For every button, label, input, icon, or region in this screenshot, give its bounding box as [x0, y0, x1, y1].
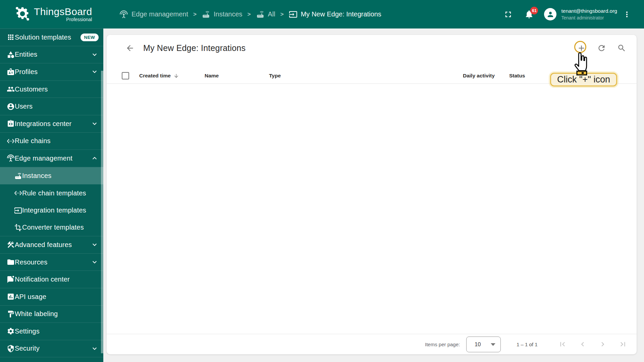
breadcrumb-item[interactable]: My New Edge: Integrations — [289, 10, 381, 19]
page-size-value: 10 — [475, 341, 481, 348]
paint-icon — [7, 310, 15, 318]
top-header: ThingsBoard Professional Edge management… — [0, 0, 644, 28]
sidebar-item-users[interactable]: Users — [0, 98, 103, 115]
more-vert-icon — [623, 10, 631, 19]
gear-icon — [7, 327, 15, 335]
user-info: tenant@thingsboard.org Tenant administra… — [561, 8, 617, 20]
sidebar-item-label: Notification center — [15, 276, 70, 283]
category-icon — [7, 51, 15, 59]
sidebar-item-label: Instances — [22, 172, 51, 180]
sidebar-item-label: Integration templates — [22, 206, 86, 214]
sidebar-item-notification-center[interactable]: Notification center — [0, 271, 103, 288]
next-page-button[interactable] — [596, 338, 609, 351]
account-circle-icon — [7, 103, 15, 111]
integrations-icon — [7, 120, 15, 128]
sidebar-item-label: Rule chains — [15, 137, 51, 145]
user-email: tenant@thingsboard.org — [561, 8, 617, 14]
breadcrumb: Edge management>Instances>All>My New Edg… — [119, 10, 381, 19]
previous-page-button[interactable] — [576, 338, 589, 351]
breadcrumb-item[interactable]: All — [256, 10, 275, 19]
sidebar-item-label: Profiles — [15, 68, 38, 76]
more-menu-button[interactable] — [623, 10, 631, 19]
column-header-daily-activity[interactable]: Daily activity — [463, 73, 495, 79]
breadcrumb-label: Instances — [214, 10, 243, 18]
chevron-down-icon — [91, 345, 99, 353]
antenna-icon — [119, 10, 128, 19]
ethernet-icon — [7, 137, 15, 145]
sidebar-item-api-usage[interactable]: API usage — [0, 288, 103, 306]
notifications-button[interactable]: 61 — [524, 9, 534, 19]
page-size-select[interactable]: 10 — [466, 337, 501, 352]
folder-icon — [7, 258, 15, 266]
breadcrumb-item[interactable]: Edge management — [119, 10, 188, 19]
sidebar-item-solution-templates[interactable]: Solution templatesNEW — [0, 29, 103, 46]
sidebar-item-profiles[interactable]: Profiles — [0, 63, 103, 81]
sidebar-item-rule-chains[interactable]: Rule chains — [0, 133, 103, 150]
cursor-hand-annotation — [572, 52, 590, 77]
sidebar-item-customers[interactable]: Customers — [0, 81, 103, 98]
column-label: Daily activity — [463, 73, 495, 79]
chevron-down-icon — [91, 68, 99, 76]
column-header-status[interactable]: Status — [509, 73, 525, 79]
sidebar-item-rule-chain-templates[interactable]: Rule chain templates — [0, 184, 103, 202]
sidebar-item-resources[interactable]: Resources — [0, 254, 103, 271]
thingsboard-logo-icon — [15, 6, 30, 23]
sidebar-item-settings[interactable]: Settings — [0, 323, 103, 340]
breadcrumb-item[interactable]: Instances — [202, 10, 243, 19]
sidebar-item-integrations-center[interactable]: Integrations center — [0, 115, 103, 133]
sidebar-item-instances[interactable]: Instances — [0, 167, 103, 185]
back-button[interactable] — [125, 44, 135, 53]
chevron-down-icon — [91, 241, 99, 249]
column-header-type[interactable]: Type — [269, 73, 281, 79]
chat-unread-icon — [7, 276, 15, 284]
sidebar-item-label: Edge management — [15, 155, 72, 162]
brand-logo: ThingsBoard Professional — [0, 6, 103, 23]
sidebar-item-converter-templates[interactable]: Converter templates — [0, 219, 103, 237]
highlight-ring-annotation — [574, 41, 586, 53]
refresh-icon — [597, 44, 606, 53]
breadcrumb-separator: > — [193, 11, 197, 18]
sidebar-item-edge-management[interactable]: Edge management — [0, 150, 103, 167]
chevron-down-icon — [91, 120, 99, 128]
sidebar-item-label: Integrations center — [15, 120, 71, 128]
sidebar-item-label: Entities — [15, 51, 37, 58]
sidebar-item-label: Settings — [15, 327, 40, 335]
sidebar-item-integration-templates[interactable]: Integration templates — [0, 202, 103, 219]
user-role: Tenant administrator — [561, 15, 617, 20]
sidebar-item-white-labeling[interactable]: White labeling — [0, 306, 103, 323]
fullscreen-button[interactable] — [503, 10, 513, 19]
paginator: Items per page: 10 1 – 1 of 1 — [107, 334, 637, 354]
chevron-down-icon — [91, 51, 99, 59]
breadcrumb-separator: > — [248, 11, 251, 18]
chevron-up-icon — [91, 154, 99, 162]
fullscreen-icon — [503, 10, 513, 19]
items-per-page-label: Items per page: — [425, 342, 460, 347]
breadcrumb-label: My New Edge: Integrations — [301, 10, 381, 18]
chevron-down-icon — [91, 258, 99, 266]
person-icon — [546, 10, 554, 18]
group-icon — [7, 85, 15, 93]
last-page-button[interactable] — [616, 338, 630, 351]
select-caret-icon — [491, 343, 495, 346]
sidebar-scrollbar[interactable] — [101, 71, 103, 353]
column-header-name[interactable]: Name — [205, 73, 219, 79]
chart-icon — [7, 293, 15, 301]
shield-icon — [7, 345, 15, 353]
back-icon — [125, 44, 135, 53]
breadcrumb-label: Edge management — [131, 10, 188, 18]
sidebar-item-label: Security — [15, 345, 40, 352]
sidebar-item-label: Converter templates — [22, 224, 84, 231]
brand-name: ThingsBoard — [34, 6, 92, 17]
refresh-button[interactable] — [595, 41, 608, 55]
column-header-created-time[interactable]: Created time — [139, 73, 179, 79]
notifications-badge: 61 — [530, 7, 538, 14]
sidebar-item-label: Customers — [15, 85, 48, 93]
first-page-button[interactable] — [556, 338, 569, 351]
sidebar-item-advanced-features[interactable]: Advanced features — [0, 236, 103, 254]
select-all-checkbox[interactable] — [122, 72, 129, 79]
search-button[interactable] — [615, 41, 628, 55]
user-avatar[interactable] — [544, 8, 556, 20]
sidebar-item-label: White labeling — [15, 310, 58, 318]
sidebar-item-security[interactable]: Security — [0, 340, 103, 358]
sidebar-item-entities[interactable]: Entities — [0, 46, 103, 64]
